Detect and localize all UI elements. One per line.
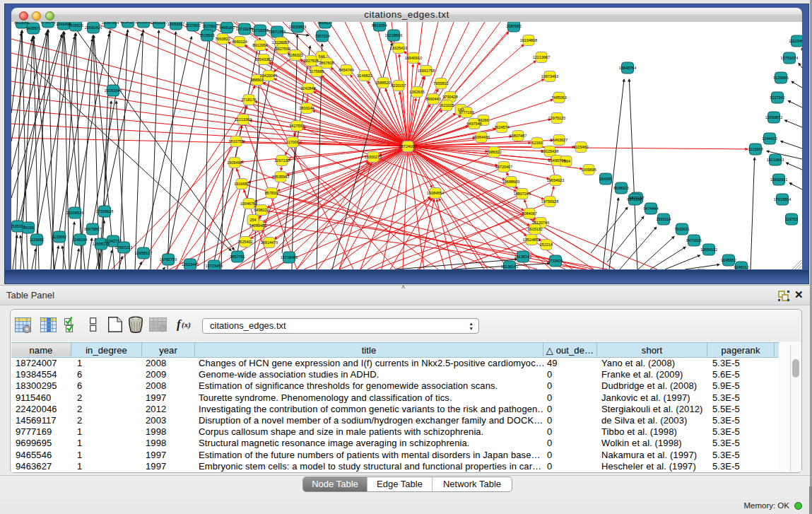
svg-text:19384554: 19384554 (427, 191, 444, 195)
svg-text:1145194: 1145194 (72, 238, 87, 242)
svg-text:857833: 857833 (265, 191, 278, 195)
svg-text:8854117: 8854117 (317, 22, 332, 25)
svg-text:2933114: 2933114 (656, 217, 671, 221)
svg-text:(x): (x) (182, 320, 191, 329)
svg-text:7864: 7864 (562, 159, 570, 163)
svg-text:254: 254 (249, 218, 256, 222)
svg-text:7515526: 7515526 (199, 33, 214, 37)
svg-text:2803144: 2803144 (299, 106, 314, 110)
svg-text:8220157: 8220157 (391, 83, 406, 88)
svg-text:18807249: 18807249 (514, 192, 531, 196)
svg-text:10653267: 10653267 (151, 22, 167, 25)
svg-text:10719155: 10719155 (236, 27, 253, 31)
svg-text:2087682: 2087682 (506, 24, 521, 28)
svg-text:8990443: 8990443 (425, 97, 440, 101)
svg-text:116753: 116753 (785, 217, 798, 221)
svg-text:15300273: 15300273 (365, 155, 382, 159)
svg-text:16154808: 16154808 (520, 38, 537, 42)
svg-text:2718176: 2718176 (241, 98, 256, 102)
svg-text:1621025: 1621025 (439, 103, 454, 107)
svg-text:1527602: 1527602 (185, 23, 200, 28)
svg-text:9227342: 9227342 (770, 95, 784, 100)
svg-text:1615132: 1615132 (527, 227, 542, 231)
svg-text:13524851: 13524851 (523, 238, 540, 242)
svg-text:1733426: 1733426 (548, 259, 563, 263)
svg-text:8186323: 8186323 (288, 53, 302, 57)
svg-text:14136141: 14136141 (514, 255, 531, 259)
svg-text:39159: 39159 (23, 226, 33, 230)
svg-text:6879197: 6879197 (627, 197, 642, 201)
svg-text:1405571: 1405571 (25, 26, 40, 30)
svg-text:9857791: 9857791 (230, 255, 245, 259)
svg-text:16914479: 16914479 (261, 240, 278, 245)
svg-text:19218506: 19218506 (385, 33, 402, 37)
svg-text:6466160: 6466160 (219, 25, 234, 30)
svg-text:8938923: 8938923 (613, 186, 628, 190)
svg-text:19756928: 19756928 (541, 199, 558, 204)
svg-text:9242848: 9242848 (300, 86, 315, 90)
svg-text:9327505: 9327505 (303, 59, 318, 63)
svg-text:1527602: 1527602 (202, 24, 217, 28)
svg-text:1244415: 1244415 (762, 136, 777, 141)
svg-text:7986322: 7986322 (486, 150, 501, 154)
svg-text:9234117: 9234117 (120, 22, 135, 24)
svg-text:8471626: 8471626 (686, 238, 701, 243)
svg-text:12975125: 12975125 (548, 116, 565, 120)
svg-text:12213363: 12213363 (235, 117, 252, 122)
svg-text:20364436: 20364436 (473, 135, 490, 139)
svg-text:17359928: 17359928 (96, 209, 113, 214)
svg-text:12342737: 12342737 (105, 239, 122, 243)
svg-text:9777169: 9777169 (459, 110, 473, 115)
svg-text:12093872: 12093872 (765, 115, 782, 119)
svg-text:16640910: 16640910 (405, 56, 422, 60)
svg-text:18724007: 18724007 (399, 144, 416, 148)
svg-text:3267130: 3267130 (274, 158, 289, 163)
svg-text:3624574: 3624574 (494, 125, 509, 129)
svg-text:6497546: 6497546 (466, 122, 481, 126)
svg-text:7663822: 7663822 (215, 37, 230, 41)
svg-text:8660124: 8660124 (232, 40, 247, 44)
svg-text:16463627: 16463627 (551, 138, 567, 142)
svg-text:9327509: 9327509 (275, 47, 290, 51)
svg-text:13325419: 13325419 (390, 46, 407, 50)
svg-text:7485063: 7485063 (551, 95, 566, 100)
svg-text:1916682: 1916682 (234, 182, 249, 186)
svg-text:14099489: 14099489 (249, 223, 266, 228)
svg-text:9427552: 9427552 (289, 124, 304, 128)
svg-text:252214: 252214 (540, 243, 553, 247)
svg-text:12923446: 12923446 (182, 262, 199, 267)
svg-text:3215958: 3215958 (748, 147, 763, 151)
svg-text:1362635: 1362635 (409, 90, 424, 94)
svg-text:10723456: 10723456 (206, 264, 223, 268)
svg-text:8813054: 8813054 (372, 23, 387, 28)
svg-text:10025438: 10025438 (541, 149, 558, 153)
svg-text:1115682: 1115682 (30, 238, 45, 242)
svg-text:62160: 62160 (531, 141, 542, 145)
svg-text:117006: 117006 (286, 140, 299, 144)
svg-text:7625402: 7625402 (237, 240, 252, 244)
svg-text:1588520: 1588520 (375, 81, 390, 85)
svg-text:10671355: 10671355 (269, 30, 286, 34)
svg-text:16648764: 16648764 (619, 66, 636, 70)
svg-text:13535941: 13535941 (272, 175, 289, 179)
svg-text:10719155: 10719155 (252, 28, 269, 33)
svg-text:1810755: 1810755 (228, 139, 243, 144)
svg-text:8454749: 8454749 (339, 68, 353, 72)
svg-text:15136141: 15136141 (501, 264, 518, 269)
svg-text:11853267: 11853267 (135, 22, 152, 24)
svg-text:16033809: 16033809 (289, 25, 306, 29)
svg-text:1115682: 1115682 (52, 235, 67, 239)
svg-text:16961758: 16961758 (418, 69, 435, 73)
svg-text:7955812: 7955812 (433, 81, 448, 86)
svg-text:1009695: 1009695 (581, 168, 596, 172)
svg-text:16782759: 16782759 (160, 257, 177, 262)
svg-text:10543362: 10543362 (255, 57, 272, 62)
svg-text:2867608: 2867608 (319, 61, 334, 65)
svg-text:546: 546 (318, 54, 324, 59)
svg-text:30975857: 30975857 (84, 227, 101, 231)
svg-text:20206536: 20206536 (66, 211, 83, 215)
svg-text:10046766: 10046766 (240, 201, 257, 206)
svg-text:17957223: 17957223 (115, 245, 132, 250)
svg-text:10654112: 10654112 (700, 247, 717, 252)
svg-text:9129966: 9129966 (773, 76, 788, 80)
